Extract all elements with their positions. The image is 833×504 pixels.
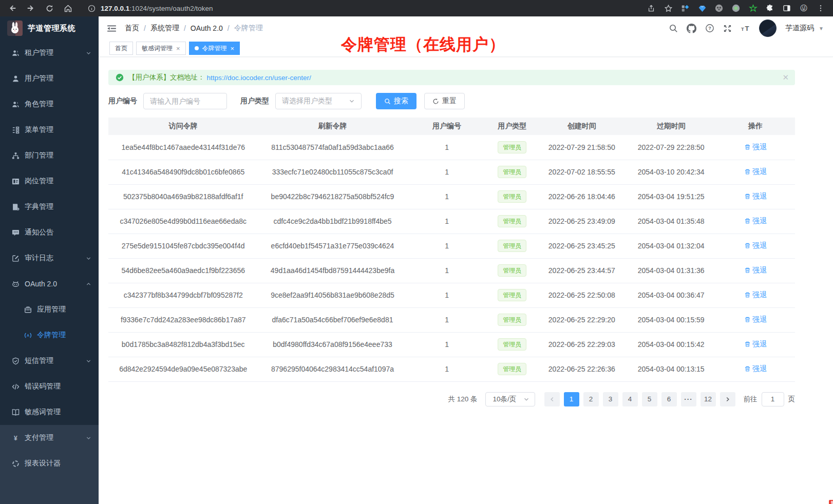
goto-page-input[interactable] xyxy=(762,392,784,406)
alert-doc-link[interactable]: https://doc.iocoder.cn/user-center/ xyxy=(207,74,311,82)
bookmark-star-icon[interactable] xyxy=(663,3,673,13)
browser-back-icon[interactable] xyxy=(7,3,17,13)
sidebar-item-notice[interactable]: 通知公告 xyxy=(0,220,99,245)
page-button-6[interactable]: 6 xyxy=(661,392,677,406)
sidebar-item-sms[interactable]: 短信管理 xyxy=(0,348,99,374)
access-token-cell: b0d1785bc3a8482f812db4a3f3bd15ec xyxy=(108,332,258,357)
side-panel-icon[interactable] xyxy=(782,3,792,13)
force-logout-button[interactable]: 强退 xyxy=(744,167,767,177)
expire-time-cell: 2054-03-10 20:42:34 xyxy=(626,160,716,184)
force-logout-button[interactable]: 强退 xyxy=(744,241,767,250)
sidebar-item-role[interactable]: 角色管理 xyxy=(0,91,99,117)
user-type-select[interactable]: 请选择用户类型 xyxy=(275,93,362,109)
sidebar-item-report[interactable]: 报表设计器 xyxy=(0,451,99,476)
username[interactable]: 芋道源码 xyxy=(785,24,814,33)
alert-close-icon[interactable]: ✕ xyxy=(782,73,789,82)
tab-close-icon[interactable]: × xyxy=(176,45,180,52)
next-page-button[interactable] xyxy=(720,392,735,406)
force-logout-button[interactable]: 强退 xyxy=(744,266,767,275)
force-logout-button[interactable]: 强退 xyxy=(744,192,767,201)
page-button-1[interactable]: 1 xyxy=(564,392,579,406)
force-logout-button[interactable]: 强退 xyxy=(744,290,767,300)
site-info-icon[interactable] xyxy=(86,3,97,13)
created-time-cell: 2022-06-25 22:29:20 xyxy=(538,307,626,332)
sidebar-item-user[interactable]: 用户管理 xyxy=(0,66,99,91)
force-logout-button[interactable]: 强退 xyxy=(744,315,767,324)
sidebar-item-token[interactable]: A令牌管理 xyxy=(0,322,99,348)
page-button-4[interactable]: 4 xyxy=(622,392,638,406)
browser-home-icon[interactable] xyxy=(63,3,73,13)
force-logout-button[interactable]: 强退 xyxy=(744,340,767,349)
created-time-cell: 2022-06-25 23:44:57 xyxy=(538,258,626,283)
sidebar-item-oauth[interactable]: OAuth 2.0 xyxy=(0,271,99,297)
report-icon xyxy=(11,460,20,468)
extension-grid-icon[interactable] xyxy=(680,3,690,13)
page-button-12[interactable]: 12 xyxy=(701,392,716,406)
sidebar-item-sensitive[interactable]: 敏感词管理 xyxy=(0,399,99,425)
extension-monkey-icon[interactable] xyxy=(714,3,724,13)
sidebar-item-dict[interactable]: 字典管理 xyxy=(0,194,99,220)
user-type-cell: 管理员 xyxy=(487,160,538,184)
alert-text: 【用户体系】文档地址： xyxy=(128,73,205,82)
sidebar-item-dept[interactable]: 部门管理 xyxy=(0,143,99,168)
tab-首页[interactable]: 首页 xyxy=(109,42,133,55)
help-icon[interactable]: ? xyxy=(705,24,714,33)
breadcrumb-item[interactable]: 系统管理 xyxy=(150,24,179,33)
user-id-input[interactable] xyxy=(143,93,227,109)
browser-forward-icon[interactable] xyxy=(26,3,36,13)
page-size-select[interactable]: 10条/页 xyxy=(485,392,535,406)
action-cell: 强退 xyxy=(716,160,795,184)
user-type-tag: 管理员 xyxy=(498,190,526,203)
sidebar-item-menu[interactable]: 菜单管理 xyxy=(0,117,99,143)
prev-page-button[interactable] xyxy=(544,392,560,406)
tab-close-icon[interactable]: × xyxy=(231,45,235,52)
extension-record-icon[interactable] xyxy=(731,3,741,13)
column-header: 用户类型 xyxy=(487,118,538,135)
user-type-placeholder: 请选择用户类型 xyxy=(282,96,332,106)
extensions-puzzle-icon[interactable] xyxy=(765,3,775,13)
force-logout-button[interactable]: 强退 xyxy=(744,143,767,152)
sidebar-item-errcode[interactable]: 错误码管理 xyxy=(0,374,99,399)
sidebar-item-pay[interactable]: ¥支付管理 xyxy=(0,425,99,451)
created-time-cell: 2022-06-25 23:49:09 xyxy=(538,209,626,234)
action-cell: 强退 xyxy=(716,357,795,381)
sidebar-item-post[interactable]: 岗位管理 xyxy=(0,168,99,194)
page-button-3[interactable]: 3 xyxy=(603,392,618,406)
page-content: 【用户体系】文档地址： https://doc.iocoder.cn/user-… xyxy=(99,57,833,504)
action-cell: 强退 xyxy=(716,209,795,234)
search-button[interactable]: 搜索 xyxy=(376,93,416,109)
sidebar-collapse-icon[interactable] xyxy=(107,24,117,33)
github-icon[interactable] xyxy=(687,24,696,33)
avatar[interactable] xyxy=(759,20,777,37)
profile-emoji-icon[interactable]: 😜 xyxy=(799,3,809,13)
column-header: 访问令牌 xyxy=(108,118,258,135)
fullscreen-icon[interactable] xyxy=(723,24,732,33)
tab-敏感词管理[interactable]: 敏感词管理× xyxy=(136,42,186,55)
svg-text:T: T xyxy=(741,26,744,31)
notice-icon xyxy=(11,229,20,237)
app-logo-row[interactable]: 芋道管理系统 xyxy=(0,16,99,40)
force-logout-button[interactable]: 强退 xyxy=(744,217,767,226)
sidebar-item-audit[interactable]: 审计日志 xyxy=(0,245,99,271)
extension-star-icon[interactable] xyxy=(748,3,758,13)
breadcrumb-item[interactable]: OAuth 2.0 xyxy=(191,24,223,32)
search-icon[interactable] xyxy=(669,24,678,33)
breadcrumb-item[interactable]: 首页 xyxy=(125,24,139,33)
address-bar[interactable]: 127.0.0.1:1024/system/oauth2/token xyxy=(86,3,213,13)
force-logout-button[interactable]: 强退 xyxy=(744,364,767,374)
extension-gem-icon[interactable] xyxy=(697,3,707,13)
browser-reload-icon[interactable] xyxy=(44,3,54,13)
sidebar-item-tenant[interactable]: 租户管理 xyxy=(0,40,99,66)
browser-menu-icon[interactable] xyxy=(816,3,826,13)
access-token-cell: 6d842e2924594de9a09e45e087323abe xyxy=(108,357,258,381)
reset-button[interactable]: 重置 xyxy=(424,93,465,109)
font-size-icon[interactable]: TT xyxy=(741,24,750,33)
sidebar-item-app[interactable]: 应用管理 xyxy=(0,297,99,322)
tab-令牌管理[interactable]: 令牌管理× xyxy=(189,42,240,55)
share-icon[interactable] xyxy=(646,3,656,13)
page-ellipsis[interactable]: ··· xyxy=(681,392,696,406)
chevron-down-icon[interactable]: ▼ xyxy=(819,26,824,31)
page-button-5[interactable]: 5 xyxy=(642,392,657,406)
column-header: 刷新令牌 xyxy=(258,118,407,135)
page-button-2[interactable]: 2 xyxy=(583,392,599,406)
